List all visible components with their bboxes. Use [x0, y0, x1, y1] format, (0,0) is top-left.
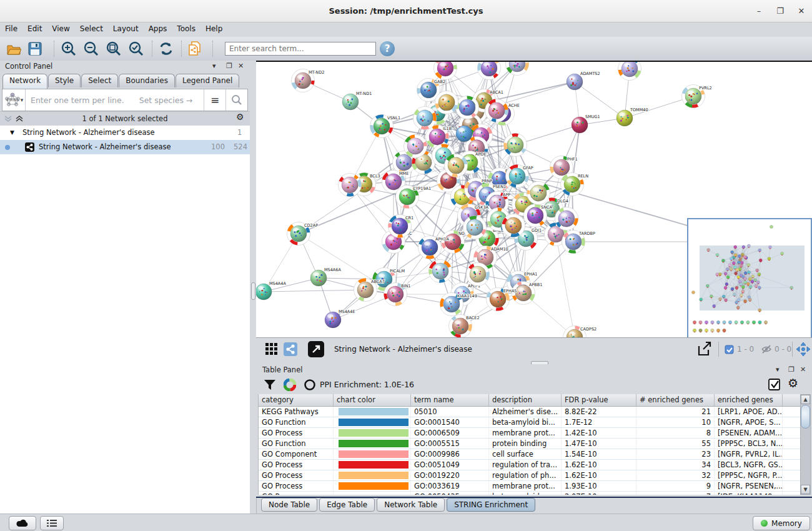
cloud-tasks-button[interactable]: [9, 516, 36, 530]
tab-legend-panel[interactable]: Legend Panel: [176, 74, 239, 87]
table-row[interactable]: GO ProcessGO:0006509membrane prot...1.42…: [259, 428, 801, 439]
menu-apps[interactable]: Apps: [144, 22, 172, 35]
grid-mode-icon[interactable]: [265, 342, 279, 358]
network-node[interactable]: ADAMTS2: [567, 71, 600, 90]
network-node[interactable]: [339, 174, 362, 197]
network-node[interactable]: RELN: [561, 173, 589, 196]
network-node[interactable]: VSNL1: [370, 115, 401, 138]
table-row[interactable]: GO FunctionGO:0005515protein binding1.47…: [259, 439, 801, 449]
task-history-button[interactable]: [40, 516, 64, 530]
ring-chart-icon[interactable]: [304, 379, 316, 391]
scroll-down-icon[interactable]: ▼: [801, 485, 810, 494]
gear-icon[interactable]: ⚙: [236, 112, 244, 122]
network-node[interactable]: BACE2: [449, 315, 480, 338]
network-node[interactable]: CD2AP: [287, 222, 319, 246]
column-header--enriched-genes[interactable]: # enriched genes: [636, 394, 715, 406]
network-node[interactable]: [504, 134, 527, 157]
menu-select[interactable]: Select: [75, 22, 108, 35]
network-node[interactable]: CYP19A1: [396, 186, 432, 209]
network-node[interactable]: KIAA1149: [440, 293, 477, 316]
network-node[interactable]: TOMM40: [616, 107, 648, 126]
search-input[interactable]: [225, 42, 376, 56]
network-node[interactable]: [463, 216, 487, 239]
tab-network[interactable]: Network: [2, 74, 47, 89]
copy-network-icon[interactable]: [186, 40, 204, 57]
menu-help[interactable]: Help: [201, 22, 227, 35]
filter-icon[interactable]: [264, 379, 276, 391]
birds-eye-navigator[interactable]: [687, 218, 812, 339]
column-header-description[interactable]: description: [489, 394, 562, 406]
memory-button[interactable]: Memory: [753, 516, 810, 530]
network-node[interactable]: [502, 214, 525, 237]
menu-view[interactable]: View: [47, 22, 74, 35]
select-terms-checkbox-icon[interactable]: [768, 379, 781, 391]
network-node[interactable]: PVRL2: [682, 85, 712, 108]
maximize-button[interactable]: ❐: [770, 0, 791, 22]
network-node[interactable]: [618, 62, 641, 81]
network-node[interactable]: [456, 96, 479, 119]
zoom-fit-icon[interactable]: [105, 40, 122, 57]
menu-tools[interactable]: Tools: [172, 22, 201, 35]
panel-close-icon[interactable]: ✕: [800, 365, 806, 374]
network-node[interactable]: [456, 126, 472, 142]
splitter-handle[interactable]: [251, 282, 255, 300]
network-node[interactable]: [527, 182, 550, 205]
tab-node-table[interactable]: Node Table: [261, 498, 317, 512]
string-options-icon[interactable]: ≡: [204, 89, 225, 111]
help-icon[interactable]: ?: [380, 41, 395, 56]
column-header-term-name[interactable]: term name: [411, 394, 489, 406]
panel-menu-icon[interactable]: ▾: [212, 62, 216, 70]
network-node[interactable]: BIN1: [384, 283, 411, 306]
network-node[interactable]: [478, 62, 501, 80]
table-row[interactable]: GO ProcessGO:0033619membrane prot...1.93…: [259, 481, 801, 492]
network-node[interactable]: [555, 207, 578, 231]
menu-edit[interactable]: Edit: [22, 22, 47, 35]
refresh-icon[interactable]: [157, 40, 175, 57]
network-node[interactable]: [413, 107, 437, 130]
column-header-chart-color[interactable]: chart color: [334, 394, 411, 406]
network-node[interactable]: MS4A4E: [325, 309, 355, 328]
network-node[interactable]: CADPS2: [563, 326, 597, 339]
string-view-icon[interactable]: [284, 342, 297, 358]
tab-network-table[interactable]: Network Table: [377, 498, 445, 512]
string-search-icon[interactable]: [225, 89, 247, 111]
chart-donut-icon[interactable]: [284, 379, 296, 391]
zoom-in-icon[interactable]: [60, 40, 77, 57]
menu-file[interactable]: File: [0, 22, 22, 35]
selected-checkbox-icon[interactable]: [725, 345, 734, 354]
menu-layout[interactable]: Layout: [108, 22, 144, 35]
zoom-selected-icon[interactable]: [127, 40, 145, 57]
table-row[interactable]: GO ComponentGO:0009986cell surface1.54E-…: [259, 449, 801, 460]
network-node[interactable]: [429, 260, 452, 283]
tab-boundaries[interactable]: Boundaries: [119, 74, 175, 87]
collapse-all-icon[interactable]: [4, 115, 12, 122]
network-node[interactable]: EPHA5: [487, 288, 517, 311]
panel-float-icon[interactable]: ❐: [226, 62, 232, 70]
save-session-icon[interactable]: [26, 40, 44, 57]
network-canvas[interactable]: MT-ND2MT-ND1VSNL1GAB2ADAMTS2PVRL2TOMM40S…: [256, 61, 812, 339]
string-database-selector[interactable]: STRING ▾: [2, 89, 26, 111]
hidden-eye-icon[interactable]: [761, 344, 772, 354]
column-header-enriched-genes[interactable]: enriched genes: [715, 394, 783, 406]
network-node[interactable]: [485, 99, 508, 122]
network-node[interactable]: MT-ND2: [292, 69, 325, 92]
panel-close-icon[interactable]: ✕: [238, 62, 244, 70]
scrollbar-thumb[interactable]: [801, 405, 810, 429]
column-header-category[interactable]: category: [259, 394, 334, 406]
table-row[interactable]: GO FunctionGO:0001540beta-amyloid bi...1…: [259, 417, 801, 428]
open-file-icon[interactable]: [5, 40, 22, 57]
zoom-out-icon[interactable]: [82, 40, 100, 57]
network-node[interactable]: SMUG1: [572, 114, 600, 133]
network-node[interactable]: [434, 62, 457, 80]
pan-navigate-icon[interactable]: [796, 342, 811, 357]
scroll-up-icon[interactable]: ▲: [801, 395, 810, 404]
table-row[interactable]: KEGG Pathways05010Alzheimer's dise...8.8…: [259, 407, 801, 417]
panel-float-icon[interactable]: ❐: [788, 365, 795, 374]
network-node[interactable]: GFAP: [506, 165, 533, 188]
network-collection-row[interactable]: ▼ String Network - Alzheimer's disease 1: [0, 126, 250, 140]
column-header-FDR-p-value[interactable]: FDR p-value: [562, 394, 636, 406]
panel-menu-icon[interactable]: ▾: [776, 365, 780, 374]
tab-select[interactable]: Select: [81, 74, 118, 87]
table-row[interactable]: GO ProcessGO:0050435beta-amyloid m...2.0…: [259, 492, 801, 495]
table-scrollbar[interactable]: ▲ ▼: [800, 394, 811, 495]
